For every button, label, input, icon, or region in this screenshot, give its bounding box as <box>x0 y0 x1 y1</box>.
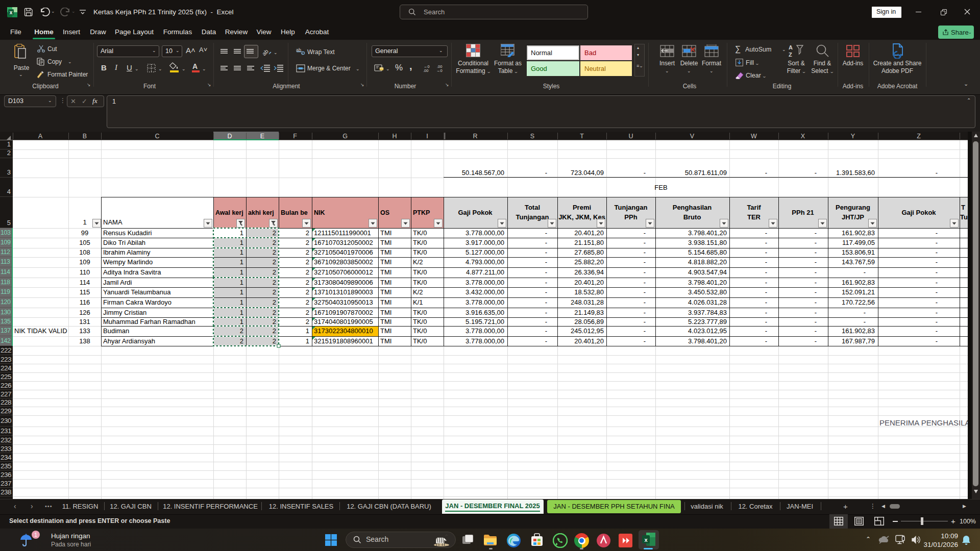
svg-text:x: x <box>644 537 648 543</box>
